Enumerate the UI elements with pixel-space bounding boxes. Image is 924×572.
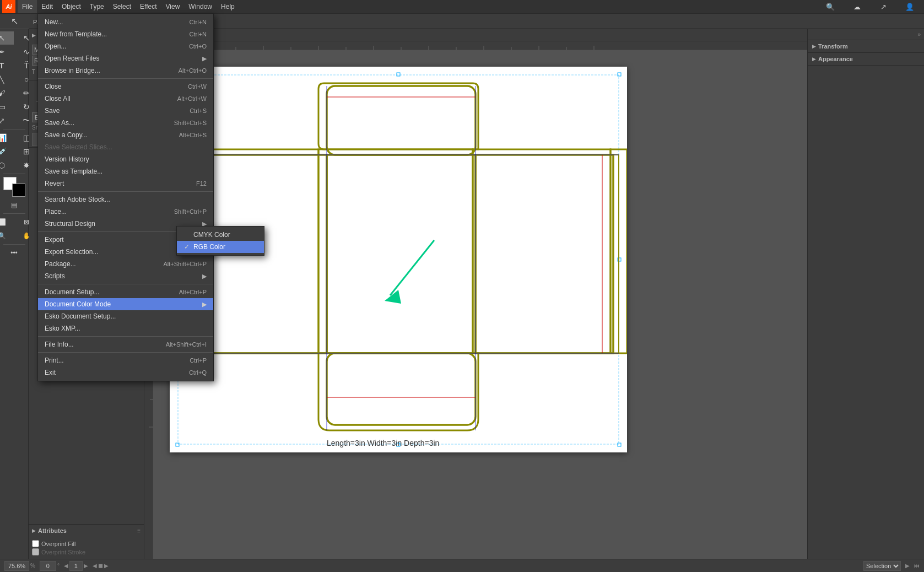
pen-tool[interactable]: ✒ bbox=[0, 45, 14, 58]
menu-scripts[interactable]: Scripts ▶ bbox=[38, 270, 213, 282]
menu-exit-shortcut: Ctrl+Q bbox=[189, 369, 207, 376]
stroke-color-swatch[interactable] bbox=[12, 184, 25, 197]
menu-document-setup[interactable]: Document Setup... Alt+Ctrl+P bbox=[38, 286, 213, 298]
menu-help[interactable]: Help bbox=[217, 0, 239, 13]
menu-new-shortcut: Ctrl+N bbox=[190, 19, 207, 25]
menu-new[interactable]: New... Ctrl+N bbox=[38, 16, 213, 28]
cmyk-color-option[interactable]: CMYK Color bbox=[177, 229, 264, 241]
menu-object[interactable]: Object bbox=[57, 0, 85, 13]
attributes-content: Overprint Fill Overprint Stroke bbox=[29, 537, 144, 559]
ruler-horizontal bbox=[153, 41, 807, 50]
user-icon[interactable]: 👤 bbox=[898, 0, 922, 13]
menu-version-history[interactable]: Version History bbox=[38, 153, 213, 165]
menu-open-label: Open... bbox=[45, 42, 66, 50]
menu-document-color-mode[interactable]: Document Color Mode ▶ bbox=[38, 298, 213, 310]
menu-export-selection-label: Export Selection... bbox=[45, 248, 98, 256]
menu-exit[interactable]: Exit Ctrl+Q bbox=[38, 366, 213, 379]
selection-tool-btn[interactable]: ↖ bbox=[2, 15, 26, 28]
menu-document-color-mode-label: Document Color Mode bbox=[45, 300, 111, 308]
share-icon[interactable]: ↗ bbox=[871, 0, 895, 13]
angle-input[interactable] bbox=[40, 561, 56, 571]
menu-file[interactable]: File bbox=[18, 0, 37, 13]
artboard-expand-icon[interactable]: ⏮ bbox=[914, 563, 920, 569]
zoom-tool[interactable]: 🔍 bbox=[0, 229, 14, 242]
menu-sep-1 bbox=[38, 78, 213, 79]
menu-scripts-label: Scripts bbox=[45, 272, 65, 280]
menu-open-recent[interactable]: Open Recent Files ▶ bbox=[38, 52, 213, 64]
menu-effect[interactable]: Effect bbox=[136, 0, 161, 13]
menu-place[interactable]: Place... Shift+Ctrl+P bbox=[38, 206, 213, 218]
menu-esko-document-setup[interactable]: Esko Document Setup... bbox=[38, 310, 213, 322]
menu-edit[interactable]: Edit bbox=[37, 0, 57, 13]
menu-save-selected-slices[interactable]: Save Selected Slices... bbox=[38, 141, 213, 153]
menu-save-template[interactable]: Save as Template... bbox=[38, 165, 213, 177]
menu-package-label: Package... bbox=[45, 260, 76, 268]
menu-save[interactable]: Save Ctrl+S bbox=[38, 105, 213, 117]
transform-header[interactable]: ▶ Transform bbox=[808, 40, 924, 52]
next-page-btn[interactable]: ▶ bbox=[84, 563, 88, 569]
menu-save-as-label: Save As... bbox=[45, 119, 74, 127]
color-mode-icon[interactable]: ◉ bbox=[0, 198, 2, 212]
graph-tool[interactable]: 📊 bbox=[0, 131, 14, 144]
right-panel-arrow[interactable]: » bbox=[917, 31, 921, 37]
selection-tool[interactable]: ↖ bbox=[0, 31, 14, 45]
sync-icon[interactable]: ☁ bbox=[845, 0, 869, 13]
overprint-fill-checkbox[interactable] bbox=[32, 540, 39, 547]
rectangle-tool[interactable]: ▭ bbox=[0, 100, 14, 114]
attr-collapse-icon: ▶ bbox=[32, 528, 36, 533]
scale-tool[interactable]: ⤢ bbox=[0, 114, 14, 127]
attributes-header[interactable]: ▶ Attributes ≡ bbox=[29, 525, 144, 537]
menu-file-info[interactable]: File Info... Alt+Shift+Ctrl+I bbox=[38, 338, 213, 350]
artboard-play-icon[interactable]: ▶ bbox=[905, 563, 910, 569]
menu-package[interactable]: Package... Alt+Shift+Ctrl+P bbox=[38, 258, 213, 270]
menu-revert[interactable]: Revert F12 bbox=[38, 177, 213, 190]
menu-new-template[interactable]: New from Template... Ctrl+N bbox=[38, 28, 213, 40]
mode-select[interactable]: Selection bbox=[863, 561, 901, 571]
menu-browse-bridge[interactable]: Browse in Bridge... Alt+Ctrl+O bbox=[38, 64, 213, 77]
paintbrush-tool[interactable]: 🖌 bbox=[0, 87, 14, 100]
overprint-stroke-checkbox[interactable] bbox=[32, 548, 39, 555]
expand-tools[interactable]: ••• bbox=[2, 246, 26, 260]
menu-sep-2 bbox=[38, 191, 213, 192]
menu-print[interactable]: Print... Ctrl+P bbox=[38, 354, 213, 366]
menu-save-slices-label: Save Selected Slices... bbox=[45, 143, 112, 151]
menu-view[interactable]: View bbox=[161, 0, 185, 13]
menu-window[interactable]: Window bbox=[184, 0, 217, 13]
menu-open[interactable]: Open... Ctrl+O bbox=[38, 40, 213, 52]
menu-save-as[interactable]: Save As... Shift+Ctrl+S bbox=[38, 117, 213, 129]
menu-save-copy-label: Save a Copy... bbox=[45, 131, 88, 139]
svg-rect-41 bbox=[318, 149, 473, 353]
menu-export-label: Export bbox=[45, 236, 64, 244]
eyedropper-tool[interactable]: 💉 bbox=[0, 145, 14, 158]
line-tool[interactable]: ╲ bbox=[0, 73, 14, 86]
menu-type[interactable]: Type bbox=[85, 0, 109, 13]
search-icon[interactable]: 🔍 bbox=[818, 0, 842, 13]
attr-options-icon[interactable]: ≡ bbox=[137, 528, 141, 534]
artwork-svg: Length=3in Width=3in Depth=3in bbox=[170, 67, 627, 452]
menu-save-copy[interactable]: Save a Copy... Alt+Ctrl+S bbox=[38, 129, 213, 141]
menu-esko-xmp[interactable]: Esko XMP... bbox=[38, 322, 213, 334]
menu-close[interactable]: Close Ctrl+W bbox=[38, 80, 213, 93]
menu-new-label: New... bbox=[45, 18, 63, 26]
appearance-header[interactable]: ▶ Appearance bbox=[808, 53, 924, 65]
menu-version-history-label: Version History bbox=[45, 155, 89, 163]
menu-search-stock[interactable]: Search Adobe Stock... bbox=[38, 193, 213, 206]
blend-tool[interactable]: ⬡ bbox=[0, 159, 14, 172]
prev-artboard-btn[interactable]: ◀ bbox=[93, 563, 97, 569]
prev-page-btn[interactable]: ◀ bbox=[64, 563, 68, 569]
svg-rect-49 bbox=[327, 353, 475, 425]
gradient-box-icon[interactable]: ▤ bbox=[2, 198, 26, 212]
zoom-input[interactable] bbox=[4, 561, 29, 571]
next-artboard-btn[interactable]: ▶ bbox=[104, 563, 109, 569]
menu-save-as-shortcut: Shift+Ctrl+S bbox=[174, 120, 207, 126]
menu-file-info-shortcut: Alt+Shift+Ctrl+I bbox=[166, 341, 207, 348]
menu-close-all-shortcut: Alt+Ctrl+W bbox=[177, 95, 207, 102]
canvas-scroll[interactable]: Length=3in Width=3in Depth=3in bbox=[153, 50, 807, 550]
menu-close-all[interactable]: Close All Alt+Ctrl+W bbox=[38, 93, 213, 105]
type-tool[interactable]: T bbox=[0, 59, 14, 72]
page-num-input[interactable] bbox=[69, 561, 83, 571]
artboard-tool[interactable]: ⬜ bbox=[0, 215, 14, 229]
menu-select[interactable]: Select bbox=[109, 0, 136, 13]
rgb-color-option[interactable]: ✓ RGB Color bbox=[177, 241, 264, 253]
menu-exit-label: Exit bbox=[45, 369, 56, 376]
